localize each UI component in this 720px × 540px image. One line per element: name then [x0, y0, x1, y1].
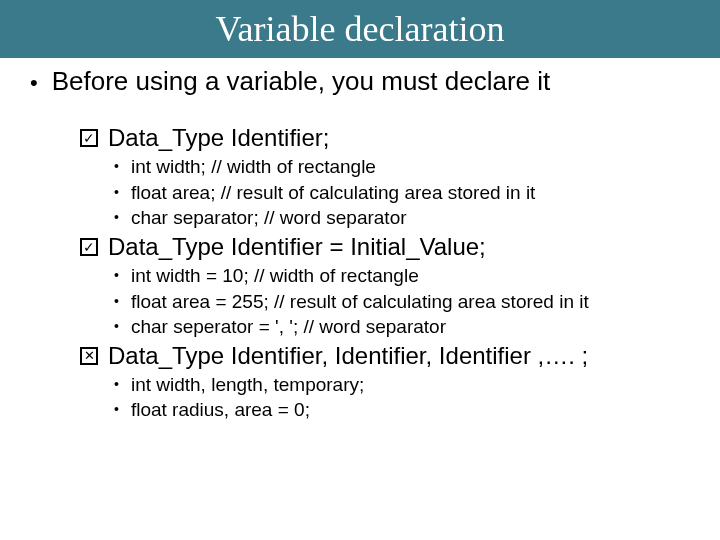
bullet-dot-icon: •	[30, 66, 38, 100]
bullet-dot-icon: •	[114, 263, 119, 287]
slide-content: • Before using a variable, you must decl…	[0, 58, 720, 423]
checkbox-cross-icon	[80, 347, 98, 365]
main-bullet: • Before using a variable, you must decl…	[30, 66, 690, 100]
sub-list: •int width, length, temporary; •float ra…	[114, 372, 690, 423]
list-item: •float area = 255; // result of calculat…	[114, 289, 690, 315]
list-item: •char separator; // word separator	[114, 205, 690, 231]
section-2: Data_Type Identifier = Initial_Value; •i…	[80, 233, 690, 340]
bullet-dot-icon: •	[114, 372, 119, 396]
section-header: Data_Type Identifier, Identifier, Identi…	[80, 342, 690, 370]
section-heading-text: Data_Type Identifier, Identifier, Identi…	[108, 342, 588, 370]
item-text: float radius, area = 0;	[131, 397, 310, 423]
item-text: int width; // width of rectangle	[131, 154, 376, 180]
list-item: •int width; // width of rectangle	[114, 154, 690, 180]
item-text: char seperator = ', '; // word separator	[131, 314, 446, 340]
bullet-dot-icon: •	[114, 154, 119, 178]
item-text: char separator; // word separator	[131, 205, 407, 231]
section-1: Data_Type Identifier; •int width; // wid…	[80, 124, 690, 231]
list-item: •int width, length, temporary;	[114, 372, 690, 398]
item-text: float area = 255; // result of calculati…	[131, 289, 589, 315]
item-text: float area; // result of calculating are…	[131, 180, 536, 206]
bullet-dot-icon: •	[114, 205, 119, 229]
bullet-dot-icon: •	[114, 314, 119, 338]
section-header: Data_Type Identifier;	[80, 124, 690, 152]
section-heading-text: Data_Type Identifier = Initial_Value;	[108, 233, 486, 261]
bullet-dot-icon: •	[114, 289, 119, 313]
slide-header: Variable declaration	[0, 0, 720, 58]
main-bullet-text: Before using a variable, you must declar…	[52, 66, 551, 97]
item-text: int width, length, temporary;	[131, 372, 364, 398]
sub-list: •int width; // width of rectangle •float…	[114, 154, 690, 231]
bullet-dot-icon: •	[114, 180, 119, 204]
list-item: •float radius, area = 0;	[114, 397, 690, 423]
item-text: int width = 10; // width of rectangle	[131, 263, 419, 289]
bullet-dot-icon: •	[114, 397, 119, 421]
slide-title: Variable declaration	[216, 8, 505, 50]
checkbox-check-icon	[80, 129, 98, 147]
section-heading-text: Data_Type Identifier;	[108, 124, 329, 152]
list-item: •float area; // result of calculating ar…	[114, 180, 690, 206]
section-header: Data_Type Identifier = Initial_Value;	[80, 233, 690, 261]
checkbox-check-icon	[80, 238, 98, 256]
section-3: Data_Type Identifier, Identifier, Identi…	[80, 342, 690, 423]
sub-list: •int width = 10; // width of rectangle •…	[114, 263, 690, 340]
list-item: •int width = 10; // width of rectangle	[114, 263, 690, 289]
list-item: •char seperator = ', '; // word separato…	[114, 314, 690, 340]
